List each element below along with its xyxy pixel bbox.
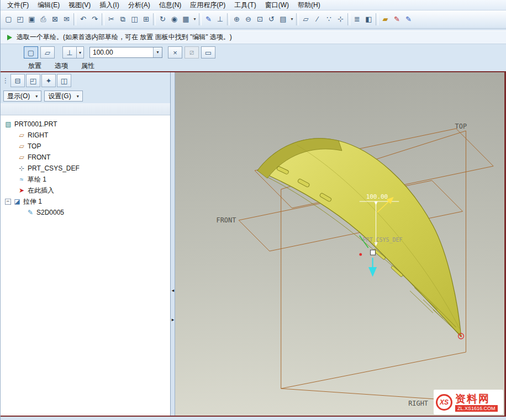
separator [376,13,378,25]
model-tree-tab-icon[interactable]: ⊟ [10,74,25,87]
tree-divider [1,103,170,115]
menu-item[interactable]: 应用程序(P) [186,0,230,10]
tree-item-label: PRT_CSYS_DEF [28,164,80,172]
extrude-model[interactable] [257,139,461,337]
paste-icon[interactable]: ◫ [129,13,140,26]
undo-icon[interactable]: ↶ [77,13,89,26]
depth-option-icon[interactable]: ⊥ [62,46,77,59]
menu-item[interactable]: 插入(I) [95,0,123,10]
menu-item[interactable]: 编辑(E) [33,0,64,10]
history-tab-icon[interactable]: ◫ [57,74,71,87]
front-plane-label[interactable]: FRONT [217,216,236,224]
main-area: ⋮ ⊟ ◰ ✦ ◫ [1,72,506,416]
flip-direction-icon[interactable]: × [168,46,182,59]
select-dropdown-arrow[interactable]: ▾ [192,13,198,26]
collapse-panel-arrow[interactable]: ◂ [171,288,175,293]
datum-point-toggle-icon[interactable]: ∵ [323,13,335,26]
extrude-dashboard: ▢ ▱ ⊥ ▾ 100.00 ▾ [1,44,506,61]
open-file-icon[interactable]: ◰ [14,13,26,26]
tree-item[interactable]: ▧ PRT0001.PRT [1,119,170,130]
tree-expander[interactable]: − [5,199,11,205]
show-dropdown[interactable]: 显示(O) ▾ [3,91,41,102]
dashboard-tab[interactable]: 选项 [48,61,75,71]
annotation-toggle-icon[interactable]: ▰ [380,13,391,26]
menu-item[interactable]: 文件(F) [3,0,33,10]
menu-item[interactable]: 信息(N) [155,0,186,10]
views-dropdown-arrow[interactable]: ▾ [289,13,295,26]
navigator-icon-glyph: ⋮ [2,77,9,84]
depth-dropdown-arrow[interactable]: ▾ [77,46,84,59]
tree-item[interactable]: ≈ 草绘 1 [1,174,170,185]
menu-item[interactable]: 帮助(H) [293,0,325,10]
dimension-value[interactable]: 100.00 [366,193,388,200]
repaint-icon[interactable]: ↺ [266,13,277,26]
datum-axis-toggle-icon[interactable]: ∕ [312,13,323,26]
tree-item-icon: ✎ [26,209,35,216]
mail-icon[interactable]: ✉ [61,13,72,26]
tree-item[interactable]: ✎ S2D0005 [1,207,170,218]
tree-item[interactable]: ⊹ PRT_CSYS_DEF [1,163,170,174]
tree-item-icon: ⊹ [17,164,26,172]
saved-views-icon[interactable]: ▤ [277,13,289,26]
dashboard-tab[interactable]: 属性 [75,61,101,71]
separator [227,13,230,25]
toolbar-icon-glyph: ⎙ [40,14,46,25]
csys-toggle-icon[interactable]: ⊹ [335,13,346,26]
zoom-in-icon[interactable]: ⊕ [231,13,243,26]
menu-item[interactable]: 窗口(W) [261,0,293,10]
copy-icon[interactable]: ⧉ [117,13,129,26]
settings-dropdown[interactable]: 设置(G) ▾ [44,91,82,102]
tree-item[interactable]: ➤ 在此插入 [1,185,170,196]
menu-item[interactable]: 分析(A) [124,0,155,10]
folder-browser-tab-icon[interactable]: ◰ [26,74,40,87]
sketch-plane-icon[interactable]: ⊥ [214,13,226,26]
toolbar-icon-glyph: ◰ [17,14,23,25]
datum-plane-toggle-icon[interactable]: ▱ [300,13,312,26]
expand-panel-arrow[interactable]: ▸ [171,317,175,322]
sketcher-pointer-icon[interactable]: ✎ [203,13,214,26]
depth-drag-handle[interactable] [371,250,376,255]
cut-icon[interactable]: ✂ [106,13,117,26]
tree-item[interactable]: ▱ FRONT [1,152,170,163]
combo-dropdown-arrow[interactable]: ▾ [153,47,162,57]
print-icon[interactable]: ⎙ [38,13,49,26]
paste-special-icon[interactable]: ⊞ [140,13,152,26]
save-file-icon[interactable]: ▣ [26,13,38,26]
csys-label[interactable]: PRT_CSYS_DEF [363,237,403,243]
find-icon[interactable]: ◉ [168,13,180,26]
tree-item-label: FRONT [28,153,50,161]
tree-item[interactable]: ▱ TOP [1,141,170,152]
regenerate-icon[interactable]: ↻ [157,13,168,26]
sketch-endpoint-dot [460,336,462,337]
graphics-area[interactable]: 100.00 TOP FRONT RIGHT PRT_CSYS_DEF XS [175,72,506,416]
tree-item[interactable]: ▱ RIGHT [1,130,170,141]
depth-value[interactable]: 100.00 [90,49,153,56]
select-filter-icon[interactable]: ▦ [180,13,192,26]
watermark-text-block: 资料网 ZL.XS1616.COM [455,393,498,412]
thicken-icon[interactable]: ▭ [201,46,215,59]
menu-item[interactable]: 工具(T) [230,0,260,10]
erase-display-icon[interactable]: ⊠ [49,13,61,26]
sketcher-blue-pencil-icon[interactable]: ✎ [403,13,414,26]
dashboard-tab[interactable]: 放置 [22,61,48,71]
favorites-tab-icon[interactable]: ✦ [41,74,56,87]
view-manager-icon[interactable]: ◧ [363,13,375,26]
top-plane-label[interactable]: TOP [455,123,467,130]
right-plane-label[interactable]: RIGHT [408,400,428,407]
placement-panel-icon[interactable]: ▢ [24,46,38,59]
nav-grip-icon[interactable]: ⋮ [2,74,9,87]
sketch-bubble-icon[interactable]: ▱ [40,46,55,59]
remove-material-icon[interactable]: ⧄ [185,46,199,59]
tree-item[interactable]: − ◪ 拉伸 1 [1,196,170,207]
toolbar-icon-glyph: ⊹ [338,14,344,25]
panel-splitter[interactable]: ◂ ▸ [171,72,175,416]
zoom-out-icon[interactable]: ⊖ [243,13,254,26]
dashboard-icon-glyph: ⧄ [189,48,194,56]
depth-value-combo[interactable]: 100.00 ▾ [89,47,162,58]
sketcher-red-pencil-icon[interactable]: ✎ [391,13,403,26]
menu-item[interactable]: 视图(V) [64,0,95,10]
layers-icon[interactable]: ≣ [351,13,363,26]
redo-icon[interactable]: ↷ [89,13,101,26]
new-file-icon[interactable]: ▢ [3,13,14,26]
refit-icon[interactable]: ⊡ [254,13,266,26]
